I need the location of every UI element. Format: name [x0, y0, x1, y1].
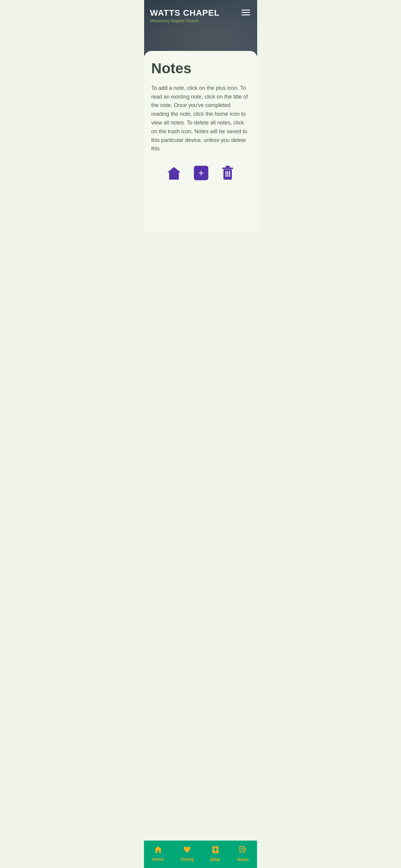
trash-icon — [220, 165, 235, 181]
brand: WATTS CHAPEL Missionary Baptist Church — [150, 8, 220, 23]
hamburger-line-2 — [242, 12, 250, 13]
svg-rect-5 — [225, 171, 226, 177]
header-content: WATTS CHAPEL Missionary Baptist Church — [150, 8, 251, 23]
add-note-button[interactable]: + — [193, 164, 210, 181]
delete-notes-button[interactable] — [219, 164, 236, 182]
add-icon: + — [194, 166, 208, 180]
svg-rect-7 — [229, 171, 230, 177]
hamburger-line-1 — [242, 10, 250, 10]
brand-subtitle: Missionary Baptist Church — [150, 19, 220, 23]
svg-rect-6 — [227, 171, 228, 177]
action-row: + — [151, 164, 250, 182]
svg-rect-1 — [172, 176, 176, 180]
hero-header: WATTS CHAPEL Missionary Baptist Church — [144, 0, 257, 56]
home-notes-button[interactable] — [165, 164, 183, 181]
notes-heading: Notes — [151, 61, 250, 76]
svg-rect-3 — [225, 166, 230, 168]
hamburger-line-3 — [242, 14, 250, 16]
brand-title: WATTS CHAPEL — [150, 8, 220, 18]
main-card: Notes To add a note, click on the plus i… — [144, 51, 257, 232]
home-icon — [166, 166, 182, 180]
menu-button[interactable] — [240, 8, 251, 17]
notes-description: To add a note, click on the plus icon. T… — [151, 84, 250, 153]
